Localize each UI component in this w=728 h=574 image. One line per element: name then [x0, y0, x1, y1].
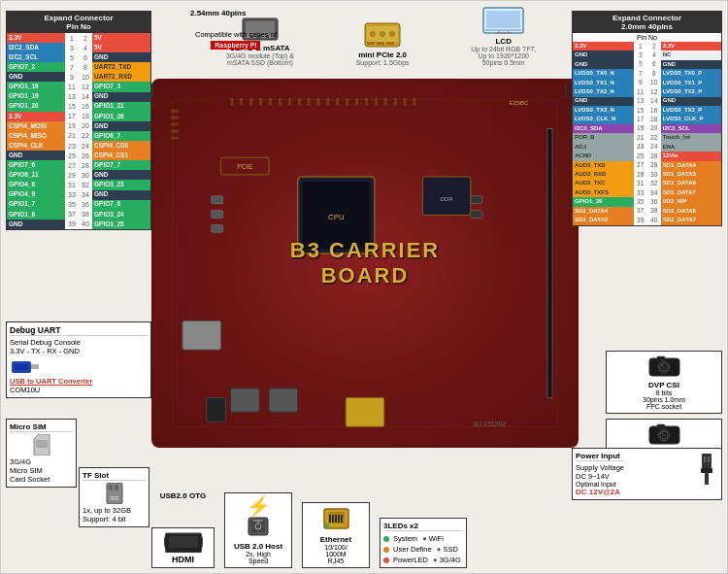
mipi-camera-icon [647, 422, 681, 447]
svg-rect-28 [171, 136, 179, 139]
svg-rect-107 [702, 454, 711, 468]
svg-rect-56 [471, 211, 482, 219]
pin-left-num: 9 [65, 72, 79, 82]
pin-right-name: GPIO3_23 [92, 180, 150, 189]
pin-left-num: 39 [634, 216, 647, 224]
right-pin-row: GND 5 6 GND [573, 60, 721, 69]
pin-right-num: 2 [647, 42, 661, 51]
ethernet-desc1: 10/100/ [306, 544, 366, 551]
pin-left-num: 25 [65, 151, 79, 160]
svg-rect-109 [708, 456, 710, 462]
pin-right-num: 12 [647, 87, 661, 96]
pin-left-num: 23 [65, 141, 79, 151]
left-pin-row: GPIO1_19 13 14 GND [7, 92, 150, 102]
pin-left-name: GPIO1_19 [7, 92, 65, 102]
pin-left-name: CSPI4_CLK [7, 141, 65, 151]
svg-point-93 [325, 523, 329, 527]
dvp-csi-box: DVP CSI 8 bits 30pins 1.0mm FPC socket [606, 351, 722, 414]
pin-right-name: NC [661, 51, 721, 59]
pin-left-name: GPIO1_7 [7, 200, 65, 210]
svg-rect-30 [240, 98, 243, 106]
debug-uart-link[interactable]: USB to UART Converter [10, 377, 148, 386]
pin-left-num: 25 [634, 152, 647, 160]
board-area: CPU DDR PCIE [151, 79, 579, 448]
svg-rect-43 [365, 98, 368, 106]
pin-right-num: 20 [647, 124, 661, 133]
pin-left-name: 3.3V [7, 112, 65, 121]
pin-right-num: 32 [647, 180, 661, 188]
lcd-title: LCD [471, 37, 536, 46]
left-connector-panel: Expand Connector Pin No 3.3V 1 2 5V I2C2… [6, 11, 151, 230]
pin-right-name: LVDS0_TX2_P [661, 87, 721, 96]
left-connector-title-line1: Expand Connector [44, 14, 113, 22]
left-pin-row: CSPI4_MISO 21 22 GPIO6_7 [7, 131, 150, 141]
right-pin-row: AUD3_TXD 27 28 SD1_DATA4 [573, 161, 721, 170]
left-pin-row: GPIO4_9 33 34 GND [7, 190, 150, 200]
svg-rect-65 [207, 398, 226, 422]
pin-left-name: GND [573, 60, 634, 69]
pin-left-name: GPIO4_8 [7, 180, 65, 189]
svg-rect-68 [547, 128, 552, 397]
pin-left-name: GPIO7_2 [7, 62, 65, 72]
pin-right-num: 10 [647, 79, 661, 87]
usb-connector-icon [244, 516, 273, 540]
pin-right-num: 26 [79, 151, 92, 160]
ethernet-icon [319, 506, 353, 533]
pin-left-name: GND [573, 97, 634, 106]
pin-left-name: POR_B [573, 133, 634, 142]
pin-right-num: 14 [647, 97, 661, 106]
right-connector-panel: Expand Connector 2.0mm 40pins Pin No 3.3… [572, 11, 722, 226]
svg-rect-89 [332, 515, 334, 523]
dvp-csi-title: DVP CSI [610, 381, 718, 389]
left-pin-row: 3.3V 1 2 5V [7, 33, 150, 43]
pin-right-name: GPIO7_8 [92, 200, 150, 210]
svg-rect-44 [375, 98, 378, 106]
usb-host-desc1: 2x, High [228, 551, 288, 557]
right-pin-row: LVDS0_TX1_N 9 10 LVDS0_TX1_P [573, 79, 721, 87]
pin-left-name: GPIO1_16 [7, 82, 65, 91]
svg-rect-110 [701, 468, 712, 473]
svg-rect-79 [169, 536, 198, 548]
svg-rect-38 [317, 98, 320, 106]
svg-point-8 [370, 31, 376, 37]
left-pin-row: GPIO1_8 37 38 GPIO3_24 [7, 210, 150, 219]
arrow-left-top [151, 84, 153, 98]
lcd-item: LCD Up to 24bit RGB TFT, Up to 1920*1200… [471, 6, 536, 66]
svg-rect-11 [367, 42, 375, 45]
left-pin-row: GPIO7_2 7 8 UART2_TXD [7, 62, 150, 72]
sim-card-icon [32, 434, 51, 456]
pin-left-name: GND [573, 51, 634, 59]
micro-sim-desc1: 3G/4G [10, 457, 73, 466]
pin-left-num: 13 [65, 92, 79, 102]
power-box: Power Input Supply Voltage DC 9~14V Opti… [572, 448, 722, 500]
board-label: B3 CARRIER BOARD [259, 238, 471, 288]
svg-rect-36 [298, 98, 301, 106]
pin-left-num: 17 [634, 116, 647, 124]
pin-right-name: SD1_DATA5 [661, 170, 721, 179]
pin-left-num: 31 [634, 180, 647, 188]
right-connector-box: Expand Connector 2.0mm 40pins Pin No 3.3… [572, 11, 722, 226]
pin-right-name: GND [92, 52, 150, 62]
pin-left-name: LVDS0_TX0_N [573, 69, 634, 78]
svg-rect-34 [279, 98, 281, 106]
right-pin-row: GND 13 14 GND [573, 97, 721, 106]
pin-left-name: AUD3_TXFS [573, 188, 634, 197]
right-pin-row: AUD3_RXD 29 30 SD1_DATA5 [573, 170, 721, 179]
left-connector-title-line2: Pin No [66, 22, 90, 31]
leds-title: 3LEDs x2 [383, 522, 463, 531]
right-pin-label: Pin No [573, 33, 721, 42]
svg-rect-41 [346, 98, 348, 106]
board-inner: CPU DDR PCIE [153, 81, 577, 446]
svg-rect-76 [115, 485, 118, 490]
svg-rect-88 [329, 515, 331, 523]
svg-rect-46 [394, 98, 397, 106]
dvp-csi-desc1: 8 bits [610, 389, 718, 396]
pin-right-num: 28 [647, 161, 661, 170]
pin-right-num: 34 [79, 190, 92, 200]
svg-rect-91 [338, 515, 340, 523]
pin-right-num: 34 [647, 188, 661, 197]
pin-right-name: 5V [92, 33, 150, 43]
pin-left-name: GND [7, 72, 65, 82]
minipcie-icon [363, 21, 402, 49]
svg-rect-12 [377, 42, 384, 45]
